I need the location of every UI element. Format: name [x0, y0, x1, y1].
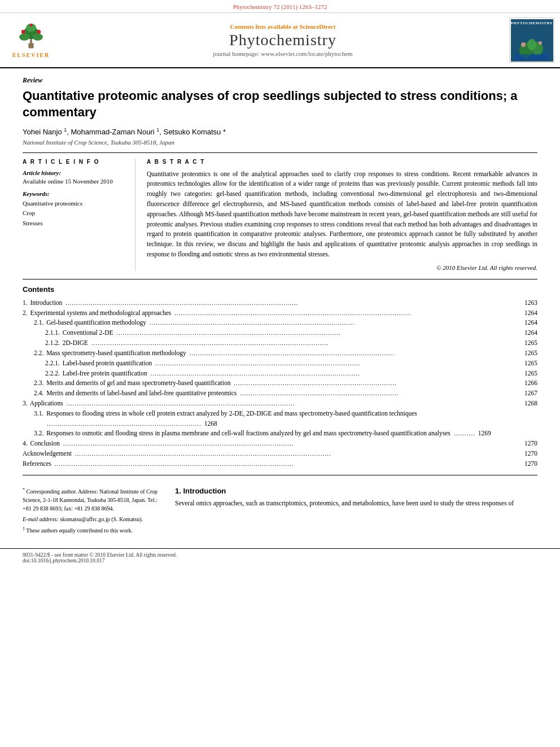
article-title: Quantitative proteomic analyses of crop …	[23, 88, 537, 120]
toc-num-3: 3.	[23, 399, 28, 409]
toc-page-4: 1270	[524, 439, 537, 449]
elsevier-text: ELSEVIER	[12, 52, 50, 58]
toc-title-4: Conclusion	[29, 439, 60, 449]
toc-title-3-2: Responses to osmotic and flooding stress…	[45, 429, 537, 439]
toc-page-2-2: 1265	[524, 348, 537, 359]
footnote-email: E-mail address: skomatsu@affrc.go.jp (S.…	[23, 515, 158, 523]
toc-page-ref: 1270	[524, 459, 537, 469]
header-center: Contents lists available at ScienceDirec…	[62, 23, 504, 57]
toc-dots-2-2: ........................................…	[187, 348, 523, 358]
keyword-2: Crop	[23, 208, 127, 219]
elsevier-tree-icon	[11, 23, 51, 51]
toc-item-2-3: 2.3. Merits and demerits of gel and mass…	[23, 378, 537, 388]
toc-dots-1: ........................................…	[63, 298, 523, 308]
authors-line: Yohei Nanjo 1, Mohammad-Zaman Nouri 1, S…	[23, 127, 537, 136]
article-info-abstract-row: A R T I C L E I N F O Article history: A…	[23, 152, 537, 271]
toc-title-2: Experimental systems and methodological …	[29, 308, 172, 318]
footer-issn: 0031-9422/$ - see front matter © 2010 El…	[23, 552, 537, 558]
toc-dots-3-2: ..........	[452, 430, 475, 436]
keyword-3: Stresses	[23, 219, 127, 229]
toc-num-2-2-2: 2.2.2.	[45, 369, 60, 379]
toc-item-2-1-2: 2.1.2. 2D-DIGE .........................…	[23, 338, 537, 348]
journal-citation: Phytochemistry 72 (2011) 1263–1272	[0, 0, 560, 13]
toc-page-3-1: 1268	[204, 420, 217, 427]
toc-dots-ref: ........................................…	[53, 459, 523, 469]
svg-rect-15	[515, 54, 549, 60]
toc-title-2-3: Merits and demerits of gel and mass spec…	[45, 378, 230, 388]
toc-title-2-2-1: Label-based protein quantification	[61, 359, 152, 369]
journal-homepage: journal homepage: www.elsevier.com/locat…	[62, 50, 504, 57]
footnote-equal-contrib: 1 These authors equally contributed to t…	[23, 526, 158, 535]
toc-num-2: 2.	[23, 308, 28, 318]
page-wrapper: Phytochemistry 72 (2011) 1263–1272	[0, 0, 560, 747]
toc-item-ack: Acknowledgement ........................…	[23, 449, 537, 459]
article-info-label: A R T I C L E I N F O	[23, 159, 127, 165]
toc-page-2-3: 1266	[524, 378, 537, 388]
svg-point-4	[33, 33, 43, 41]
section-divider	[23, 475, 537, 475]
toc-num-2-3: 2.3.	[34, 378, 43, 388]
svg-point-3	[19, 33, 29, 41]
sciencedirect-link[interactable]: Contents lists available at ScienceDirec…	[62, 23, 504, 30]
toc-item-2-1-1: 2.1.1. Conventional 2-DE ...............…	[23, 328, 537, 338]
article-history-value: Available online 15 November 2010	[23, 178, 127, 185]
toc-item-2: 2. Experimental systems and methodologic…	[23, 308, 537, 318]
intro-text: Several omics approaches, such as transc…	[175, 499, 537, 509]
toc-page-2-1-1: 1264	[524, 328, 537, 338]
contents-section: Contents 1. Introduction ...............…	[23, 279, 537, 469]
toc-item-2-1: 2.1. Gel-based quantification methodolog…	[23, 318, 537, 328]
footer-doi: doi:10.1016/j.phytochem.2010.10.017	[23, 558, 537, 563]
toc-title-3-1: Responses to flooding stress in whole ce…	[45, 409, 537, 429]
affiliation: National Institute of Crop Science, Tsuk…	[23, 139, 537, 146]
svg-point-6	[21, 29, 25, 33]
toc-num-1: 1.	[23, 298, 28, 308]
citation-text: Phytochemistry 72 (2011) 1263–1272	[233, 3, 327, 10]
toc-title-3: Applications	[29, 399, 63, 409]
toc-title-2-2-2: Label-free protein quantification	[61, 369, 147, 379]
toc-dots-2: ........................................…	[172, 308, 523, 318]
toc-num-3-2: 3.2.	[34, 429, 43, 439]
toc-item-4: 4. Conclusion ..........................…	[23, 439, 537, 449]
phyto-cover-image	[515, 36, 549, 60]
toc-item-2-2-2: 2.2.2. Label-free protein quantification…	[23, 369, 537, 379]
toc-title-2-1-1: Conventional 2-DE	[61, 328, 113, 338]
toc-title-2-2: Mass spectrometry-based quantification m…	[45, 348, 186, 359]
abstract-col: A B S T R A C T Quantitative proteomics …	[147, 159, 537, 271]
toc-item-ref: References .............................…	[23, 459, 537, 469]
bottom-two-col: * Corresponding author. Address: Nationa…	[23, 481, 537, 538]
svg-point-13	[521, 42, 526, 47]
toc-dots-4: ........................................…	[61, 439, 523, 448]
toc-item-2-2-1: 2.2.1. Label-based protein quantificatio…	[23, 359, 537, 369]
toc-item-3: 3. Applications ........................…	[23, 399, 537, 409]
elsevier-logo-area: ELSEVIER	[6, 23, 56, 58]
journal-name: Phytochemistry	[62, 31, 504, 49]
toc-dots-2-1: ........................................…	[147, 318, 523, 327]
article-history-label: Article history:	[23, 169, 127, 176]
toc-page-1: 1263	[524, 298, 537, 308]
toc-page-3-2: 1269	[478, 430, 491, 436]
header-section: ELSEVIER Contents lists available at Sci…	[0, 13, 560, 68]
toc-num-2-1-1: 2.1.1.	[45, 328, 60, 338]
toc-title-2-1-2: 2D-DIGE	[61, 338, 88, 348]
toc-dots-2-1-1: ........................................…	[115, 328, 524, 338]
toc-label-ref: References	[23, 459, 51, 469]
toc-dots-ack: ........................................…	[73, 449, 523, 458]
toc-dots-2-3: ........................................…	[232, 378, 524, 388]
toc-item-2-4: 2.4. Merits and demerits of label-based …	[23, 388, 537, 399]
keyword-1: Quantitative proteomics	[23, 199, 127, 209]
toc-dots-2-2-2: ........................................…	[148, 369, 523, 378]
toc-item-3-2: 3.2. Responses to osmotic and flooding s…	[23, 429, 537, 439]
toc-list: 1. Introduction ........................…	[23, 298, 537, 469]
introduction-col: 1. Introduction Several omics approaches…	[175, 487, 537, 538]
copyright-line: © 2010 Elsevier Ltd. All rights reserved…	[147, 264, 537, 271]
toc-item-3-1: 3.1. Responses to flooding stress in who…	[23, 409, 537, 429]
toc-page-ack: 1270	[524, 449, 537, 459]
toc-item-2-2: 2.2. Mass spectrometry-based quantificat…	[23, 348, 537, 359]
footnote-corresponding: * Corresponding author. Address: Nationa…	[23, 487, 158, 513]
phytochemistry-logo-box: PHYTOCHEMISTRY	[509, 18, 554, 63]
toc-num-2-2: 2.2.	[34, 348, 43, 359]
keywords-list: Quantitative proteomics Crop Stresses	[23, 199, 127, 229]
toc-dots-3: ........................................…	[64, 399, 523, 408]
toc-num-2-2-1: 2.2.1.	[45, 359, 60, 369]
toc-num-4: 4.	[23, 439, 28, 449]
